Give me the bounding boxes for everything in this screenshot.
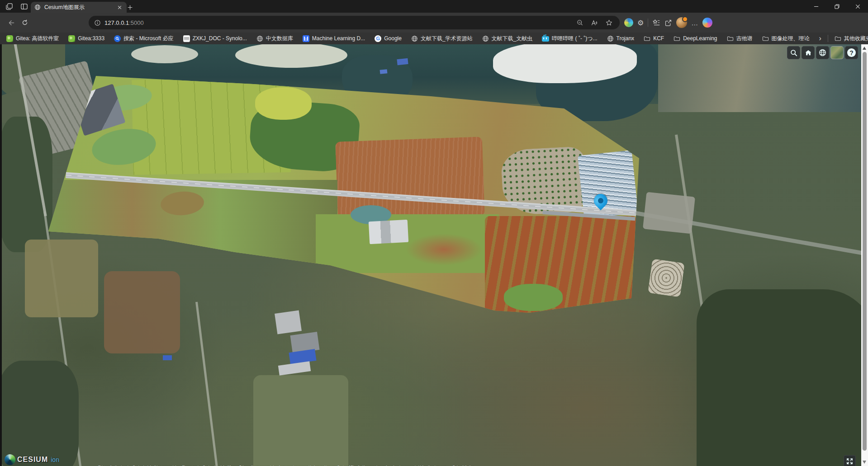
- favorite-star-icon[interactable]: [603, 17, 614, 28]
- cesium-logo-text: CESIUM: [17, 456, 48, 464]
- map-field-tan-left: [25, 240, 98, 317]
- profile-badge: [682, 16, 688, 22]
- bookmark-folder-image-processing[interactable]: 图像处理、理论: [762, 35, 810, 42]
- window-close-button[interactable]: [847, 0, 868, 13]
- bookmark-lit-download-2[interactable]: 文献下载_文献虫: [482, 35, 533, 42]
- scrollbar-thumb[interactable]: [863, 52, 867, 451]
- globe-icon: [607, 35, 614, 42]
- ml-docs-icon: [303, 35, 309, 42]
- site-info-icon[interactable]: [94, 19, 101, 26]
- scrollbar-up-arrow[interactable]: [863, 47, 866, 50]
- browser-tab-active[interactable]: Cesium地图展示: [31, 2, 127, 13]
- cesium-ion-logo[interactable]: CESIUM ion: [5, 454, 59, 465]
- globe-icon: [256, 35, 263, 42]
- map-warehouse-roof: [278, 361, 311, 376]
- base-layer-picker-button[interactable]: [830, 46, 844, 59]
- share-icon[interactable]: [664, 19, 672, 27]
- bookmark-folder-kcf[interactable]: KCF: [644, 35, 664, 42]
- new-tab-button[interactable]: [125, 2, 135, 12]
- bookmark-zxkj-doc[interactable]: ZXKJ_DOC - Synolo...: [183, 35, 247, 42]
- globe-icon: [411, 35, 418, 42]
- page-scrollbar[interactable]: [861, 44, 868, 466]
- copilot-icon[interactable]: [702, 18, 712, 28]
- read-aloud-icon[interactable]: [589, 17, 600, 28]
- bookmarks-overflow-chevron[interactable]: ›: [819, 35, 821, 42]
- scrollbar-down-arrow[interactable]: [863, 461, 866, 464]
- bookmark-machine-learning[interactable]: Machine Learning D...: [303, 35, 365, 42]
- ortho-sand-topright: [433, 101, 567, 154]
- bookmark-folder-other-favorites[interactable]: 其他收藏夹: [835, 35, 868, 42]
- map-shore-3: [131, 45, 198, 63]
- ion-logo-text: ion: [51, 456, 59, 463]
- browser-titlebar: Cesium地图展示: [0, 0, 868, 13]
- tab-close-icon[interactable]: [116, 4, 123, 11]
- bilibili-icon: [542, 36, 549, 42]
- map-field-red-bottomleft: [104, 271, 180, 353]
- folder-icon: [762, 35, 769, 42]
- bing-search-icon: [114, 35, 121, 42]
- tab-favicon-globe-icon: [34, 4, 41, 10]
- browser-toolbar: 127.0.0.1:5000 ⚙ …: [0, 13, 868, 33]
- folder-icon: [644, 35, 650, 42]
- profile-avatar[interactable]: [676, 17, 687, 28]
- extension-sphere-icon[interactable]: [624, 18, 633, 27]
- fullscreen-button[interactable]: [844, 455, 856, 466]
- cesium-toolbar: ?: [787, 46, 858, 59]
- page-area: ? CESIUM ion This application is using C…: [0, 44, 868, 466]
- window-restore-button[interactable]: [826, 0, 847, 13]
- map-forest-bottomleft: [2, 361, 79, 466]
- window-minimize-button[interactable]: [806, 0, 826, 13]
- gitea-icon: [68, 35, 75, 42]
- bookmarks-divider: [828, 35, 828, 42]
- refresh-button[interactable]: [18, 16, 32, 29]
- bookmark-gitea-1[interactable]: Gitea: 高德软件室: [6, 35, 59, 42]
- ortho-yellow-patch: [255, 87, 312, 120]
- map-forest-left: [2, 117, 52, 252]
- zoom-out-page-icon[interactable]: [574, 17, 585, 28]
- bookmark-trojanx[interactable]: Trojanx: [607, 35, 635, 42]
- map-warehouse-roof: [275, 310, 302, 334]
- tab-title: Cesium地图展示: [44, 4, 112, 11]
- tab-actions-icon[interactable]: [20, 3, 28, 10]
- address-bar[interactable]: 127.0.0.1:5000: [89, 16, 620, 29]
- geocoder-search-button[interactable]: [787, 46, 800, 59]
- map-forest-bottomright: [697, 289, 861, 466]
- gitea-icon: [6, 35, 13, 42]
- ortho-green-patch-br: [504, 284, 563, 311]
- bookmark-gitea-2[interactable]: Gitea:3333: [68, 35, 104, 42]
- map-blue-roof-top: [397, 58, 408, 65]
- bookmarks-bar: Gitea: 高德软件室 Gitea:3333 搜索 - Microsoft 必…: [0, 33, 868, 44]
- bookmark-bilibili[interactable]: 哔哩哔哩 ( ˚- ˚)つ...: [542, 35, 597, 42]
- cesium-credits: CESIUM ion This application is using Ces…: [5, 454, 474, 465]
- settings-menu-icon[interactable]: …: [691, 19, 698, 27]
- bookmark-bing[interactable]: 搜索 - Microsoft 必应: [114, 35, 174, 42]
- favorites-hub-icon[interactable]: [652, 19, 660, 27]
- bookmark-lit-download-1[interactable]: 文献下载_学术资源站: [411, 35, 473, 42]
- folder-icon: [835, 35, 841, 42]
- toolbar-divider: [648, 19, 648, 27]
- map-blue-roof-left: [163, 355, 172, 360]
- bookmark-cn-database[interactable]: 中文数据库: [256, 35, 293, 42]
- cesium-map-canvas[interactable]: ? CESIUM ion This application is using C…: [2, 44, 861, 466]
- bookmark-folder-guitar[interactable]: 吉他谱: [727, 35, 753, 42]
- workspaces-icon[interactable]: [5, 3, 13, 10]
- home-button[interactable]: [802, 46, 815, 59]
- url-text[interactable]: 127.0.0.1:5000: [104, 19, 144, 26]
- help-button[interactable]: ?: [845, 46, 858, 59]
- map-field-pale-bottomcenter: [253, 375, 348, 466]
- back-button[interactable]: [5, 16, 18, 29]
- help-question-glyph: ?: [847, 48, 856, 57]
- ortho-white-sheds: [369, 220, 408, 244]
- synology-icon: [183, 35, 190, 42]
- scene-mode-globe-button[interactable]: [816, 46, 829, 59]
- folder-icon: [674, 35, 680, 42]
- extensions-icon[interactable]: ⚙: [637, 19, 644, 27]
- map-road-bottom-center: [195, 302, 218, 466]
- bookmark-folder-deeplearning[interactable]: DeepLearning: [674, 35, 717, 42]
- globe-icon: [482, 35, 489, 42]
- folder-icon: [727, 35, 734, 42]
- cesium-logo-icon: [5, 454, 15, 465]
- map-maze-structure: [648, 259, 685, 297]
- map-parking-right: [643, 192, 695, 234]
- bookmark-google[interactable]: GGoogle: [375, 35, 402, 42]
